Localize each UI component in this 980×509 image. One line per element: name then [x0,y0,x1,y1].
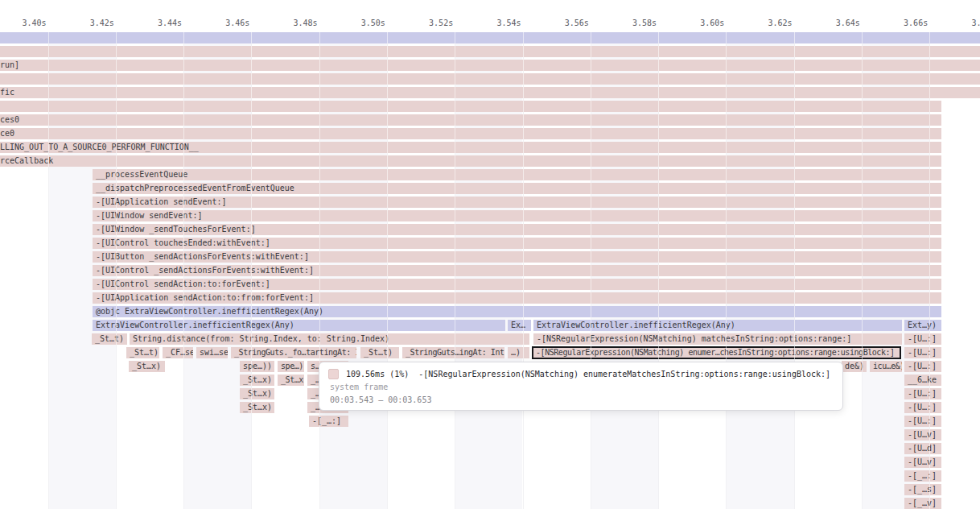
flame-bar-label: …) [508,347,529,358]
hover-tooltip: 109.56ms (1%) -[NSRegularExpression(NSMa… [319,362,843,411]
flame-bar[interactable]: Ex… [508,320,531,331]
flame-bar[interactable]: -[U…:] [904,333,941,345]
flame-bar-label: ces0 [0,114,941,126]
flame-bar[interactable]: @objc ExtraViewController.inefficientReg… [93,306,941,317]
flame-bar[interactable]: -[U…:] [904,347,941,358]
flame-bar[interactable]: _StringGuts…ingAt: Int) [402,347,504,358]
flame-bar[interactable]: spe…)) [278,361,304,372]
gridline-highlight [183,32,184,509]
flame-bar-label: _StringGuts._fo…tartingAt: Int) [231,347,356,358]
flame-bar[interactable]: -[UIControl _sendActionsForEvents:withEv… [93,265,941,276]
flame-bar-selected[interactable]: -[NSRegularExpression(NSMatching) enumer… [532,346,901,359]
flame-bar[interactable]: _St…t) [126,347,159,358]
flame-bar[interactable]: …) [508,347,529,358]
flame-bar[interactable]: rceCallback [0,155,941,167]
flame-bar[interactable]: -[UIApplication sendAction:to:from:forEv… [93,292,941,304]
flame-bar[interactable]: -[U…:] [904,416,941,427]
flame-bar-label: -[UIControl sendAction:to:forEvent:] [93,279,941,290]
time-tick-label: 3.52s [429,19,453,27]
flame-bar[interactable]: _St…x) [240,388,274,399]
time-tick-label: 3.40s [22,19,46,27]
flame-bar[interactable]: ce0 [0,128,941,139]
flame-bar[interactable]: ExtraViewController.inefficientRegex(Any… [93,320,505,331]
time-tick-label: 3.60s [700,19,724,27]
flame-bar-label: _St…t) [92,333,127,345]
flame-bar[interactable]: -[U…d] [904,443,941,454]
tooltip-color-swatch [328,369,339,379]
flame-bar[interactable]: -[_…:] [309,416,348,427]
flame-bar[interactable]: -[UIWindow _sendTouchesForEvent:] [93,224,941,235]
time-tick-label: 3.50s [361,19,385,27]
flame-bar[interactable]: -[_…s] [904,484,941,495]
flame-bar[interactable]: _StringGuts._fo…tartingAt: Int) [231,347,356,358]
flame-bar-label: _St…t) [126,347,159,358]
flame-bar[interactable]: de&) [842,361,867,372]
gridline-highlight [455,32,455,509]
flame-bar[interactable]: _St…t) [92,333,127,345]
flame-bar[interactable]: _CF…se [163,347,193,358]
flame-bar-label: __processEventQueue [93,169,941,180]
flame-bar[interactable]: fic [0,87,980,98]
flame-bar[interactable]: -[UIApplication sendEvent:] [93,197,941,208]
flame-bar-label: icu…e&) [870,361,902,372]
flame-bar-label: -[UIButton _sendActionsForEvents:withEve… [93,251,941,263]
flame-bar-label: -[UIWindow _sendTouchesForEvent:] [93,224,941,235]
flame-bar[interactable]: icu…e&) [870,361,902,372]
flame-bar[interactable]: ExtraViewController.inefficientRegex(Any… [533,320,902,331]
flame-bar[interactable]: -[_…:] [904,470,941,482]
flame-bar[interactable]: String.distance(from: String.Index, to: … [130,333,529,345]
gridline-highlight [319,32,320,509]
gridline-highlight [591,32,591,509]
flame-bar[interactable]: Ext…y) [904,320,941,331]
flame-bar[interactable] [0,73,980,85]
flame-bar[interactable]: -[U…:] [904,388,941,399]
flame-bar-label: String.distance(from: String.Index, to: … [130,333,529,345]
flame-bar[interactable]: -[U…:] [904,402,941,413]
flame-bar[interactable]: LLING_OUT_TO_A_SOURCE0_PERFORM_FUNCTION_… [0,142,941,153]
time-tick-label: 3.66s [904,19,928,27]
flame-bar[interactable]: spe…)) [240,361,274,372]
flame-bar[interactable]: -[U…v] [904,457,941,468]
flame-bar[interactable]: -[UIControl touchesEnded:withEvent:] [93,238,941,249]
flame-bar[interactable]: run] [0,60,980,71]
flame-bar[interactable]: -[UIWindow sendEvent:] [93,210,941,221]
flame-bar[interactable]: -[UIButton _sendActionsForEvents:withEve… [93,251,941,263]
tooltip-title: 109.56ms (1%) -[NSRegularExpression(NSMa… [346,370,830,379]
time-tick-label: 3.62s [768,19,792,27]
flame-bar[interactable] [0,101,941,112]
flame-bar-label: -[_…:] [309,416,348,427]
flame-bar[interactable]: -[NSRegularExpression(NSMatching) matche… [533,333,902,345]
flame-bar-label: fic [0,87,980,98]
flame-bar-label: -[U…v] [904,429,941,441]
flame-bar-label: _St…x) [240,375,274,386]
flame-bar[interactable]: _St…x) [240,375,274,386]
time-tick-label: 3.54s [496,19,521,27]
flame-bar-label: -[U…:] [904,361,941,372]
flame-bar-label: @objc ExtraViewController.inefficientReg… [93,306,941,317]
flame-bar[interactable]: _St…x) [278,375,304,386]
flame-bar[interactable]: __6…ke [904,375,941,386]
flame-bar-label: -[NSRegularExpression(NSMatching) enumer… [533,348,900,357]
time-tick-label: 3.44s [158,19,182,27]
gridline-highlight [48,32,49,509]
flame-bar-label: -[NSRegularExpression(NSMatching) matche… [533,333,902,345]
flame-bar[interactable]: -[U…v] [904,429,941,441]
flame-bar[interactable]: -[_…v] [904,498,941,509]
flame-bar[interactable]: __dispatchPreprocessedEventFromEventQueu… [93,183,941,194]
flame-bar[interactable] [0,46,980,57]
flame-bar[interactable]: _St…x) [240,402,274,413]
flame-bar[interactable] [0,32,980,43]
flame-bar[interactable]: -[U…:] [904,361,941,372]
tooltip-title-row: 109.56ms (1%) -[NSRegularExpression(NSMa… [328,367,834,381]
flame-bar[interactable]: ces0 [0,114,941,126]
flame-bar[interactable]: _St…x) [129,361,165,372]
flame-bar-label: spe…)) [240,361,274,372]
flame-bar[interactable]: -[UIControl sendAction:to:forEvent:] [93,279,941,290]
flame-bar[interactable]: swi…se [196,347,228,358]
time-tick-label: 3.48s [293,19,317,27]
flame-bar-label: ExtraViewController.inefficientRegex(Any… [93,320,505,331]
flame-bar[interactable]: _St…t) [360,347,399,358]
flame-bar[interactable]: __processEventQueue [93,169,941,180]
flame-bar-label: -[_…v] [904,498,941,509]
gridline-highlight [862,32,863,509]
